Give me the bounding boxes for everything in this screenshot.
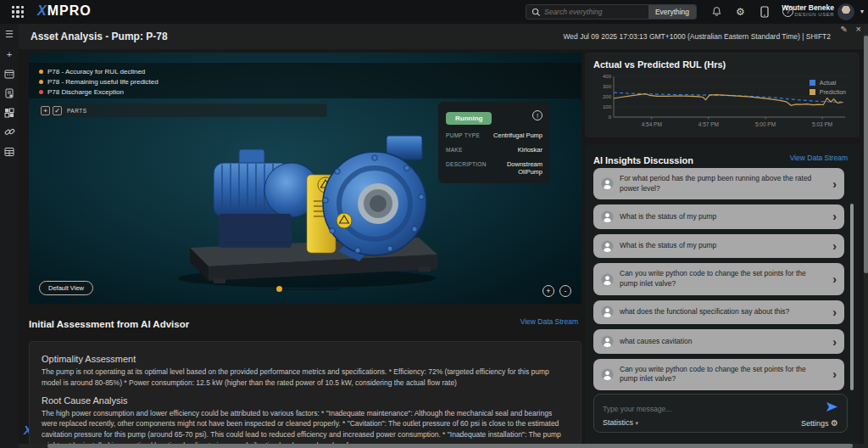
ai-panel-title: AI Insights Discussion — [593, 155, 693, 165]
page-title-bar: Asset Analysis - Pump: P-78 Wed Jul 09 2… — [19, 24, 868, 49]
svg-text:5:03 PM: 5:03 PM — [812, 121, 832, 127]
pump-3d-viewer[interactable]: P78 - Accuracy for RUL declinedP78 - Rem… — [29, 53, 581, 304]
section-body: The pump is not operating at its optimal… — [42, 367, 569, 389]
ai-insights-panel: AI Insights Discussion View Data Stream … — [585, 144, 860, 448]
section-heading: Optimality Assessment — [42, 354, 569, 364]
search-icon — [531, 8, 541, 17]
message-input[interactable] — [603, 405, 832, 413]
question-card[interactable]: Can you write python code to change the … — [593, 359, 844, 390]
view-data-stream-link[interactable]: View Data Stream — [520, 317, 578, 326]
pump-info-card: Running ! PUMP TYPECentrifugal PumpMAKEK… — [438, 102, 550, 183]
alert-dot-icon — [39, 80, 43, 84]
search-scope-button[interactable]: Everything — [648, 5, 696, 19]
vertical-scrollbar[interactable] — [864, 24, 868, 448]
zoom-out-button[interactable]: - — [559, 285, 571, 297]
mobile-device-icon[interactable] — [758, 5, 771, 18]
question-card[interactable]: what causes cavitation› — [593, 329, 844, 354]
send-icon[interactable] — [826, 400, 838, 416]
xmpro-logo: XMPRO — [37, 3, 92, 19]
close-icon[interactable]: × — [856, 24, 861, 34]
pump-info-row: PUMP TYPECentrifugal Pump — [446, 132, 542, 139]
asset-analysis-page: XMPRO Everything ⚙ ? Wouter Beneke DESIG… — [0, 0, 868, 448]
vertical-scrollbar-thumb[interactable] — [864, 36, 868, 273]
question-card[interactable]: What is the status of my pump› — [593, 234, 844, 259]
legend-swatch — [810, 80, 815, 86]
edit-pencil-icon[interactable]: ✎ — [841, 25, 848, 34]
calendar-icon[interactable] — [0, 64, 19, 82]
rul-chart-panel: Actual vs Predicted RUL (Hrs) 0100200300… — [585, 53, 860, 137]
question-card[interactable]: what does the functional specification s… — [593, 300, 844, 325]
menu-icon[interactable]: ☰ — [0, 25, 19, 43]
horizontal-scrollbar[interactable] — [19, 444, 868, 448]
global-search: Everything — [526, 4, 697, 20]
legend-item: Prediction — [810, 89, 846, 95]
alert-dot-icon — [39, 90, 43, 94]
info-icon[interactable]: ! — [532, 110, 542, 120]
parts-toolbar: + ✓ PARTS — [39, 104, 327, 117]
app-launcher-icon[interactable] — [12, 6, 24, 18]
status-badge: Running — [446, 112, 492, 125]
viewer-zoom-controls: + - — [542, 285, 571, 297]
top-bar: XMPRO Everything ⚙ ? Wouter Beneke DESIG… — [0, 0, 868, 24]
template-icon[interactable] — [0, 84, 19, 102]
gear-icon: ⚙ — [831, 418, 838, 428]
search-input[interactable] — [544, 5, 648, 19]
user-icon — [601, 240, 614, 253]
model-rotation-slider[interactable] — [275, 288, 341, 290]
svg-text:4:57 PM: 4:57 PM — [698, 121, 719, 127]
dashboard-blocks-icon[interactable] — [0, 104, 19, 121]
chevron-right-icon: › — [832, 212, 837, 221]
chevron-right-icon: › — [832, 338, 837, 346]
user-name: Wouter Beneke — [782, 3, 834, 12]
left-sidebar: ☰ + — [0, 24, 19, 448]
initial-assessment-section: Initial Assessment from AI Advisor View … — [29, 316, 581, 448]
svg-text:4:54 PM: 4:54 PM — [642, 121, 662, 127]
alert-list: P78 - Accuracy for RUL declinedP78 - Rem… — [39, 66, 581, 97]
question-card[interactable]: What is the status of my pump› — [593, 204, 844, 229]
panel-scrollbar[interactable] — [850, 204, 854, 390]
slider-thumb[interactable] — [276, 286, 282, 292]
question-card[interactable]: Can you write python code to change the … — [593, 263, 844, 294]
data-table-icon[interactable] — [0, 143, 19, 160]
chevron-right-icon: › — [832, 308, 837, 316]
settings-button[interactable]: Settings ⚙ — [801, 418, 838, 428]
view-data-stream-link[interactable]: View Data Stream — [790, 154, 848, 162]
svg-text:300: 300 — [603, 84, 612, 89]
zoom-in-button[interactable]: + — [542, 285, 554, 297]
svg-text:0: 0 — [609, 115, 612, 120]
svg-text:200: 200 — [603, 94, 612, 99]
pump-info-rows: PUMP TYPECentrifugal PumpMAKEKirloskarDE… — [446, 132, 542, 176]
chevron-down-icon: ▾ — [636, 420, 639, 426]
section-body: The high power consumption and lower eff… — [42, 408, 569, 445]
user-role: DESIGN USER — [782, 12, 834, 17]
notifications-bell-icon[interactable] — [710, 5, 723, 18]
section-heading: Root Cause Analysis — [42, 395, 569, 406]
question-card[interactable]: For what period has the pump been runnin… — [593, 168, 844, 199]
add-icon[interactable]: + — [0, 45, 19, 63]
settings-gear-icon[interactable]: ⚙ — [734, 5, 747, 18]
link-icon[interactable] — [0, 123, 19, 141]
user-icon — [601, 273, 614, 286]
datetime-shift: Wed Jul 09 2025 17:03:13 GMT+1000 (Austr… — [563, 32, 831, 41]
user-caret-icon[interactable]: ▾ — [860, 8, 864, 15]
chevron-right-icon: › — [832, 275, 837, 283]
parts-checkbox[interactable]: ✓ — [53, 106, 62, 115]
alert-item: P78 - Accuracy for RUL declined — [39, 66, 581, 76]
alerts-overlay: P78 - Accuracy for RUL declinedP78 - Rem… — [29, 63, 581, 98]
page-title: Asset Analysis - Pump: P-78 — [31, 31, 168, 42]
default-view-button[interactable]: Default View — [39, 281, 93, 295]
legend-item: Actual — [810, 80, 846, 86]
chart-legend: ActualPrediction — [810, 80, 846, 95]
add-part-button[interactable]: + — [41, 106, 50, 115]
alert-item: P78 Discharge Exception — [39, 87, 581, 97]
user-menu[interactable]: Wouter Beneke DESIGN USER — [782, 3, 834, 17]
chevron-right-icon: › — [832, 242, 837, 250]
horizontal-scrollbar-thumb[interactable] — [47, 444, 853, 448]
assessment-title: Initial Assessment from AI Advisor — [29, 319, 189, 329]
chevron-right-icon: › — [832, 370, 837, 378]
statistics-dropdown[interactable]: Statistics ▾ — [603, 418, 638, 428]
chart-title: Actual vs Predicted RUL (Hrs) — [593, 59, 851, 70]
user-icon — [601, 210, 614, 223]
avatar[interactable] — [837, 3, 854, 20]
alert-item: P78 - Remaining useful life predicted — [39, 76, 581, 87]
